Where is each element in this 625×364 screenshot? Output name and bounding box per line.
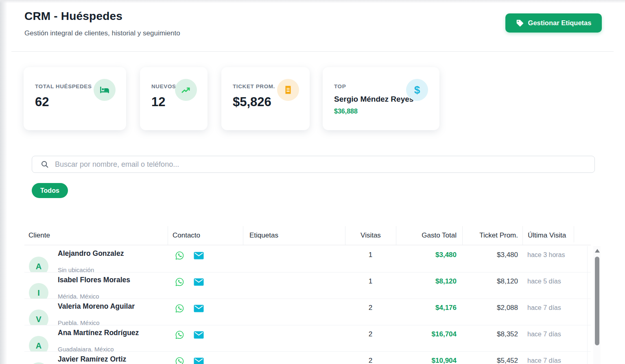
- guest-last-visit: hace 5 días: [527, 278, 561, 285]
- manage-tags-label: Gestionar Etiquetas: [528, 19, 592, 27]
- guest-visits: 2: [345, 304, 396, 312]
- column-header-ticket-prom: Ticket Prom.: [462, 226, 522, 245]
- guest-total-spend: $3,480: [396, 251, 457, 259]
- scrollbar-thumb[interactable]: [595, 257, 599, 345]
- guest-total-spend: $16,704: [396, 330, 457, 338]
- stat-value: 62: [35, 95, 49, 109]
- crm-guests-page: CRM - Huéspedes Gestión integral de clie…: [0, 0, 625, 364]
- guest-name: Alejandro Gonzalez: [58, 249, 124, 258]
- guest-last-visit: hace 7 días: [527, 304, 561, 312]
- receipt-icon: [277, 79, 299, 101]
- filter-all-button[interactable]: Todos: [32, 183, 68, 198]
- guest-location: Mérida, México: [58, 293, 99, 299]
- guest-avg-ticket: $8,352: [462, 330, 518, 338]
- stat-value: 12: [151, 95, 165, 109]
- stat-card-avg-ticket: TICKET PROM. $5,826: [221, 67, 310, 130]
- guest-last-visit: hace 7 días: [527, 357, 561, 364]
- search-bar: [32, 156, 595, 173]
- avatar: A: [29, 257, 48, 272]
- page-top-edge: [0, 0, 625, 3]
- search-input[interactable]: [49, 160, 594, 169]
- column-header-etiquetas: Etiquetas: [243, 226, 345, 245]
- guest-location: Guadalajara, México: [58, 346, 114, 352]
- whatsapp-icon[interactable]: [175, 277, 184, 287]
- avatar: V: [29, 310, 48, 325]
- guest-row[interactable]: I Isabel Flores Morales Mérida, México 1…: [24, 272, 591, 299]
- guest-avg-ticket: $2,088: [462, 304, 518, 312]
- guest-total-spend: $8,120: [396, 277, 457, 286]
- whatsapp-icon[interactable]: [175, 330, 184, 340]
- stat-value: $5,826: [233, 95, 271, 109]
- whatsapp-icon[interactable]: [175, 357, 184, 364]
- tag-icon: [516, 19, 524, 27]
- stat-label: NUEVOS: [151, 83, 176, 89]
- guest-total-spend: $4,176: [396, 304, 457, 312]
- guest-location: Puebla, México: [58, 319, 100, 325]
- trending-up-icon: [175, 79, 197, 101]
- email-icon[interactable]: [194, 331, 204, 339]
- guest-row[interactable]: A Ana Martínez Rodríguez Guadalajara, Mé…: [24, 325, 591, 352]
- page-left-edge: [0, 0, 7, 364]
- dollar-icon: $: [406, 79, 428, 101]
- guest-last-visit: hace 7 días: [527, 331, 561, 338]
- page-subtitle: Gestión integral de clientes, historial …: [24, 29, 180, 37]
- header-divider: [11, 51, 614, 52]
- email-icon[interactable]: [194, 305, 204, 312]
- page-title: CRM - Huéspedes: [24, 10, 122, 23]
- guest-visits: 1: [345, 251, 396, 259]
- avatar: I: [29, 283, 48, 299]
- column-header-visitas: Visitas: [345, 226, 396, 245]
- stat-label: TOP: [334, 83, 346, 89]
- guest-row[interactable]: V Valeria Moreno Aguilar Puebla, México …: [24, 299, 591, 325]
- guest-avg-ticket: $3,480: [462, 251, 518, 259]
- email-icon[interactable]: [194, 278, 204, 286]
- guest-total-spend: $10,904: [396, 357, 457, 364]
- guest-last-visit: hace 3 horas: [527, 251, 565, 259]
- column-header-gasto-total: Gasto Total: [396, 226, 462, 245]
- search-icon: [40, 160, 49, 169]
- guest-visits: 2: [345, 330, 396, 338]
- top-guest-total: $36,888: [334, 108, 358, 115]
- scrollbar-up-arrow-icon[interactable]: [595, 249, 600, 253]
- guest-avg-ticket: $8,120: [462, 277, 518, 286]
- whatsapp-icon[interactable]: [175, 304, 184, 313]
- whatsapp-icon[interactable]: [175, 251, 184, 260]
- column-header-contacto: Contacto: [168, 226, 243, 245]
- manage-tags-button[interactable]: Gestionar Etiquetas: [505, 13, 602, 33]
- top-guest-name: Sergio Méndez Reyes: [334, 95, 413, 104]
- email-icon[interactable]: [194, 357, 204, 364]
- stat-card-new-guests: NUEVOS 12: [140, 67, 208, 130]
- stat-label: TICKET PROM.: [233, 83, 275, 89]
- column-header-cliente: Cliente: [24, 226, 168, 245]
- stat-card-total-guests: TOTAL HUÉSPEDES 62: [24, 67, 126, 130]
- bed-icon: [94, 79, 116, 101]
- avatar: A: [29, 336, 48, 352]
- column-header-ultima-visita: Última Visita: [522, 226, 574, 245]
- guest-row[interactable]: J Javier Ramírez Ortiz 2 $10,904 $5,452 …: [24, 352, 591, 364]
- email-icon[interactable]: [194, 252, 204, 259]
- guest-name: Isabel Flores Morales: [58, 276, 130, 284]
- guest-visits: 1: [345, 277, 396, 286]
- stat-card-top-guest: TOP Sergio Méndez Reyes $36,888 $: [323, 67, 439, 130]
- guest-name: Javier Ramírez Ortiz: [58, 355, 126, 364]
- stat-label: TOTAL HUÉSPEDES: [35, 83, 92, 89]
- header-end-separator: [574, 226, 574, 242]
- guest-avg-ticket: $5,452: [462, 357, 518, 364]
- guest-visits: 2: [345, 357, 396, 364]
- guest-name: Valeria Moreno Aguilar: [58, 302, 135, 311]
- guest-name: Ana Martínez Rodríguez: [58, 329, 139, 337]
- header-bottom-border: [24, 245, 591, 245]
- guest-row[interactable]: A Alejandro Gonzalez Sin ubicación 1 $3,…: [24, 246, 591, 272]
- avatar: J: [29, 362, 48, 364]
- table-scrollbar: [593, 246, 601, 364]
- table-right-border: [587, 246, 588, 364]
- guest-location: Sin ubicación: [58, 266, 94, 272]
